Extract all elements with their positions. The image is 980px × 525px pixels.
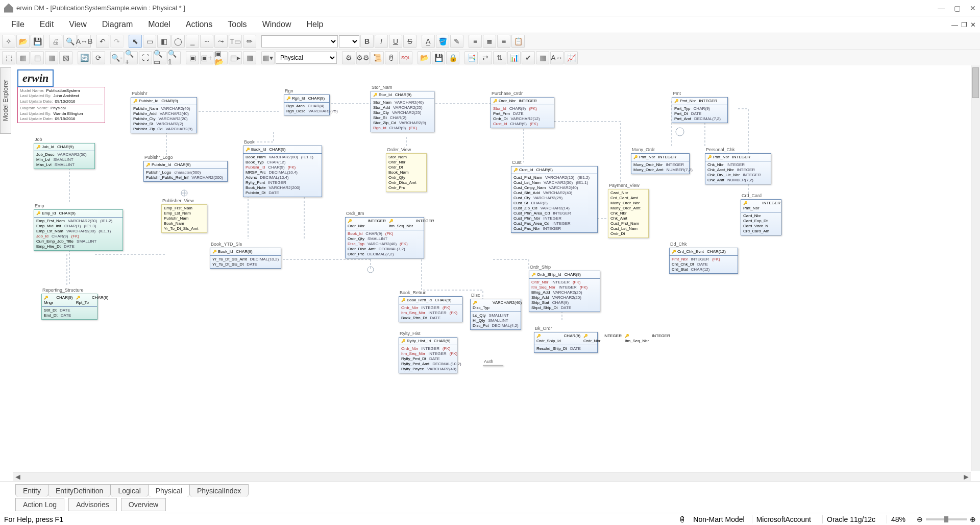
validate-icon[interactable]: ✔ <box>522 51 535 64</box>
sql-icon[interactable]: SQL <box>399 51 412 64</box>
line-color-icon[interactable]: ✎ <box>450 35 463 48</box>
align-center-icon[interactable]: ≣ <box>483 35 496 48</box>
zoom-slider[interactable] <box>926 518 967 520</box>
zoom-control[interactable]: ⊖ ⊕ <box>917 515 976 523</box>
entity-auth[interactable]: Auth <box>483 359 503 366</box>
font-color-icon[interactable]: A̲ <box>422 35 435 48</box>
mdi-restore[interactable]: ❐ <box>961 21 967 29</box>
vertical-scrollbar[interactable] <box>971 65 980 471</box>
transform-icon[interactable]: ⇅ <box>493 51 506 64</box>
open-icon[interactable]: 📂 <box>16 35 30 48</box>
menu-window[interactable]: Window <box>255 18 299 31</box>
mdi-minimize[interactable]: — <box>951 21 958 29</box>
btab-action-log[interactable]: Action Log <box>15 498 64 511</box>
display-mode-icon[interactable]: ▥▾ <box>261 51 275 64</box>
entity-rylty-hist[interactable]: Rylty_HistRylty_Hist_IdCHAR(9)Ordr_NbrIN… <box>399 331 457 373</box>
entity-payment-view[interactable]: Payment_ViewCard_NbrCrd_Card_AmtMony_Ord… <box>608 183 649 238</box>
newsa-icon[interactable]: ▣+ <box>200 51 213 64</box>
compare-icon[interactable]: ⇄ <box>479 51 492 64</box>
close-button[interactable]: ✕ <box>970 4 976 12</box>
zoom-in-btn[interactable]: ⊕ <box>970 515 976 523</box>
underline-icon[interactable]: U <box>389 35 402 48</box>
copy-icon[interactable]: 📑 <box>464 51 478 64</box>
drawing-icon[interactable]: ✏ <box>243 35 256 48</box>
zoom-100-icon[interactable]: 🔍1 <box>167 51 181 64</box>
btab-advisories[interactable]: Advisories <box>68 498 117 511</box>
annotation-icon[interactable]: T▭ <box>229 35 242 48</box>
align-right-icon[interactable]: ≡ <box>497 35 510 48</box>
italic-icon[interactable]: I <box>375 35 388 48</box>
entity-bk-ordr[interactable]: Bk_OrdrOrdr_Ship_IdCHAR(9)Ordr_NbrINTEGE… <box>534 326 598 353</box>
layout-4-icon[interactable]: ▧ <box>59 51 72 64</box>
mart-lock-icon[interactable]: 🔒 <box>446 51 459 64</box>
subtype-icon[interactable]: ◯ <box>172 35 185 48</box>
entity-stor-nam[interactable]: Stor_NamStor_IdCHAR(9)Stor_NamVARCHAR2(4… <box>371 85 434 132</box>
entity-order-view[interactable]: Order_ViewStor_NamOrdr_NbrOrdr_DtBook_Na… <box>386 147 427 192</box>
entity-mony-ordr[interactable]: Mony_OrdrPmt_NbrINTEGERMony_Ordr_NbrINTE… <box>631 147 690 174</box>
zoom-fit-icon[interactable]: ⛶ <box>139 51 152 64</box>
menu-view[interactable]: View <box>62 18 93 31</box>
db-icon[interactable]: 🛢 <box>385 51 398 64</box>
mdi-close[interactable]: ✕ <box>970 21 976 29</box>
grid-icon[interactable]: ▦ <box>243 51 256 64</box>
many-rel-icon[interactable]: ⤳ <box>214 35 228 48</box>
refresh-icon[interactable]: 🔄 <box>78 51 91 64</box>
zoom-out-btn[interactable]: ⊖ <box>917 515 923 523</box>
strike-icon[interactable]: S <box>403 35 416 48</box>
layout-1-icon[interactable]: ▦ <box>16 51 30 64</box>
nav-icon[interactable]: ▤▸ <box>229 51 242 64</box>
menu-edit[interactable]: Edit <box>33 18 61 31</box>
id-rel-icon[interactable]: ⎯ <box>186 35 199 48</box>
redo-icon[interactable]: ↷ <box>110 35 124 48</box>
sa-icon[interactable]: ▣ <box>186 51 199 64</box>
volumetrics-icon[interactable]: 📈 <box>565 51 578 64</box>
menu-actions[interactable]: Actions <box>179 18 219 31</box>
replace-icon[interactable]: A↔B <box>78 35 91 48</box>
horizontal-scrollbar[interactable]: ◄ ► <box>13 472 971 481</box>
zoom-in-icon[interactable]: 🔍+ <box>125 51 138 64</box>
scroll-right-icon[interactable]: ► <box>962 472 971 482</box>
mart-save-icon[interactable]: 💾 <box>432 51 445 64</box>
tab-logical[interactable]: Logical <box>110 484 148 497</box>
layout-3-icon[interactable]: ▥ <box>45 51 58 64</box>
entity-cust[interactable]: CustCust_IdCHAR(9)Cust_Frst_NamVARCHAR2(… <box>511 160 598 233</box>
view-mode-combo[interactable]: Physical <box>276 52 337 64</box>
refresh2-icon[interactable]: ⟳ <box>92 51 105 64</box>
report-icon[interactable]: 📊 <box>507 51 521 64</box>
tab-physicalindex[interactable]: PhysicalIndex <box>189 484 249 497</box>
font-combo[interactable] <box>261 35 338 47</box>
tab-physical[interactable]: Physical <box>148 484 190 497</box>
find-icon[interactable]: 🔍 <box>63 35 77 48</box>
menu-file[interactable]: File <box>4 18 32 31</box>
mart-open-icon[interactable]: 📂 <box>418 51 431 64</box>
entity-publshr[interactable]: PublshrPublshr_IdCHAR(9)Publshr_NamVARCH… <box>131 91 197 133</box>
opensa-icon[interactable]: ▣📂 <box>214 51 228 64</box>
new-icon[interactable]: ✧ <box>2 35 15 48</box>
model-explorer-tab[interactable]: Model Explorer <box>0 67 11 134</box>
entity-icon[interactable]: ▭ <box>143 35 156 48</box>
select-all-icon[interactable]: ⬚ <box>2 51 15 64</box>
btab-overview[interactable]: Overview <box>121 498 166 511</box>
entity-purchase-ordr[interactable]: Purchase_OrdrOrdr_NbrINTEGERStor_IdCHAR(… <box>491 91 554 128</box>
script-icon[interactable]: 📜 <box>371 51 384 64</box>
diagram-canvas[interactable]: erwin Model Name:PublicationSystem Last … <box>13 65 971 471</box>
entity-publshr-logo[interactable]: Publshr_LogoPublshr_IdCHAR(9)Publshr_Log… <box>143 155 228 182</box>
gears-icon[interactable]: ⚙⚙ <box>356 51 370 64</box>
entity-book-retrun[interactable]: Book_RetrunBook_Rtrn_IdCHAR(9)Ordr_NbrIN… <box>399 290 462 322</box>
zoom-out-icon[interactable]: 🔍- <box>110 51 124 64</box>
size-combo[interactable] <box>339 35 359 47</box>
view-icon[interactable]: ◧ <box>157 35 170 48</box>
nonid-rel-icon[interactable]: ┄ <box>200 35 213 48</box>
scroll-left-icon[interactable]: ◄ <box>13 472 22 482</box>
align-left-icon[interactable]: ≡ <box>469 35 482 48</box>
gear-icon[interactable]: ⚙ <box>342 51 355 64</box>
minimize-button[interactable]: — <box>938 4 945 12</box>
save-icon[interactable]: 💾 <box>31 35 44 48</box>
entity-crd-card[interactable]: Crd_CardPmt_NbrINTEGERCard_NbrCard_Exp_D… <box>741 193 781 235</box>
entity-rgn[interactable]: RgnRgn_IdCHAR(9)Rgn_AreaCHAR(4)Rgn_DescV… <box>284 88 330 115</box>
entity-disc[interactable]: DiscDisc_TypVARCHAR2(40)Lo_QtySMALLINTHi… <box>470 293 521 330</box>
bold-icon[interactable]: B <box>360 35 374 48</box>
menu-model[interactable]: Model <box>141 18 178 31</box>
copy-format-icon[interactable]: 📋 <box>511 35 525 48</box>
zoom-rect-icon[interactable]: 🔍▭ <box>153 51 166 64</box>
